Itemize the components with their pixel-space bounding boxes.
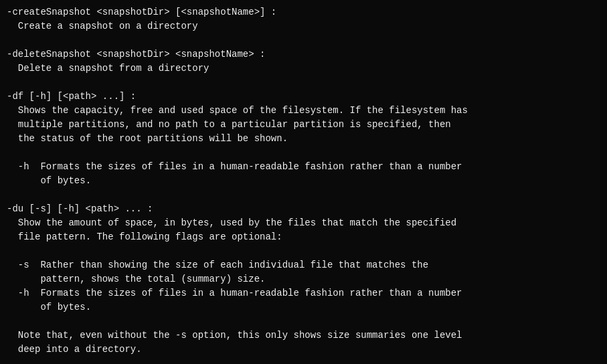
terminal-window: -createSnapshot <snapshotDir> [<snapshot… — [0, 0, 607, 364]
terminal-content: -createSnapshot <snapshotDir> [<snapshot… — [7, 5, 600, 364]
